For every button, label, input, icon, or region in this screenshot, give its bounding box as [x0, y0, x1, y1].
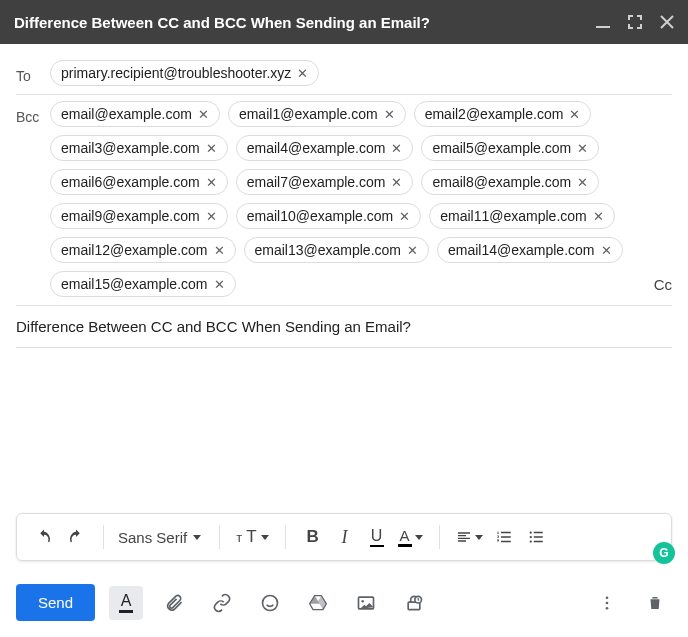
recipient-chip[interactable]: email14@example.com✕ — [437, 237, 623, 263]
recipient-chip[interactable]: email11@example.com✕ — [429, 203, 615, 229]
recipient-chip-address: email9@example.com — [61, 208, 200, 224]
recipient-chip-address: email15@example.com — [61, 276, 208, 292]
recipient-chip-address: email@example.com — [61, 106, 192, 122]
recipient-chip[interactable]: email6@example.com✕ — [50, 169, 228, 195]
redo-button[interactable] — [61, 522, 91, 552]
add-cc-button[interactable]: Cc — [646, 276, 672, 293]
remove-chip-icon[interactable]: ✕ — [206, 142, 217, 155]
recipient-chip-address: email11@example.com — [440, 208, 587, 224]
remove-chip-icon[interactable]: ✕ — [577, 142, 588, 155]
compose-title: Difference Between CC and BCC When Sendi… — [14, 14, 596, 31]
recipient-chip-address: email1@example.com — [239, 106, 378, 122]
align-button[interactable] — [452, 522, 487, 552]
font-family-select[interactable]: Sans Serif — [112, 522, 211, 552]
recipient-chip[interactable]: email10@example.com✕ — [236, 203, 422, 229]
recipient-chip[interactable]: email5@example.com✕ — [421, 135, 599, 161]
message-body[interactable] — [16, 348, 672, 498]
italic-button[interactable]: I — [330, 522, 360, 552]
bold-button[interactable]: B — [298, 522, 328, 552]
remove-chip-icon[interactable]: ✕ — [206, 176, 217, 189]
recipient-chip-address: email3@example.com — [61, 140, 200, 156]
remove-chip-icon[interactable]: ✕ — [206, 210, 217, 223]
remove-chip-icon[interactable]: ✕ — [214, 244, 225, 257]
svg-point-9 — [606, 596, 609, 599]
recipient-chip[interactable]: email7@example.com✕ — [236, 169, 414, 195]
to-label: To — [16, 60, 50, 84]
chevron-down-icon — [193, 535, 201, 540]
recipient-chip-address: email7@example.com — [247, 174, 386, 190]
insert-photo-button[interactable] — [349, 586, 383, 620]
recipient-chip[interactable]: email13@example.com✕ — [244, 237, 430, 263]
send-button[interactable]: Send — [16, 584, 95, 621]
chevron-down-icon — [415, 535, 423, 540]
undo-button[interactable] — [29, 522, 59, 552]
recipient-chip-address: email6@example.com — [61, 174, 200, 190]
compose-actions: Send A — [16, 584, 672, 621]
remove-chip-icon[interactable]: ✕ — [407, 244, 418, 257]
compose-header: Difference Between CC and BCC When Sendi… — [0, 0, 688, 44]
chevron-down-icon — [261, 535, 269, 540]
bulleted-list-button[interactable] — [521, 522, 551, 552]
remove-chip-icon[interactable]: ✕ — [198, 108, 209, 121]
formatting-toolbar: Sans Serif тT B I U A — [16, 513, 672, 561]
confidential-mode-button[interactable] — [397, 586, 431, 620]
grammarly-icon[interactable]: G — [653, 542, 675, 564]
svg-rect-0 — [596, 26, 610, 28]
underline-button[interactable]: U — [362, 522, 392, 552]
recipient-chip-address: email13@example.com — [255, 242, 402, 258]
fullscreen-icon[interactable] — [628, 15, 642, 29]
svg-point-4 — [263, 595, 278, 610]
insert-emoji-button[interactable] — [253, 586, 287, 620]
recipient-chip[interactable]: email15@example.com✕ — [50, 271, 236, 297]
svg-point-3 — [529, 540, 531, 542]
text-color-button[interactable]: A — [394, 522, 427, 552]
recipient-chip[interactable]: email12@example.com✕ — [50, 237, 236, 263]
attach-file-button[interactable] — [157, 586, 191, 620]
recipient-chip-address: email8@example.com — [432, 174, 571, 190]
more-options-button[interactable] — [590, 586, 624, 620]
to-row: To primary.recipient@troubleshooter.xyz✕ — [16, 54, 672, 95]
subject-line[interactable]: Difference Between CC and BCC When Sendi… — [16, 306, 672, 348]
recipient-chip[interactable]: primary.recipient@troubleshooter.xyz✕ — [50, 60, 319, 86]
svg-point-2 — [529, 536, 531, 538]
discard-draft-button[interactable] — [638, 586, 672, 620]
insert-drive-button[interactable] — [301, 586, 335, 620]
svg-point-1 — [529, 531, 531, 533]
recipient-chip[interactable]: email1@example.com✕ — [228, 101, 406, 127]
svg-point-10 — [606, 601, 609, 604]
remove-chip-icon[interactable]: ✕ — [577, 176, 588, 189]
recipient-chip[interactable]: email3@example.com✕ — [50, 135, 228, 161]
remove-chip-icon[interactable]: ✕ — [569, 108, 580, 121]
remove-chip-icon[interactable]: ✕ — [384, 108, 395, 121]
remove-chip-icon[interactable]: ✕ — [214, 278, 225, 291]
svg-point-6 — [361, 600, 364, 603]
recipient-chip-address: email2@example.com — [425, 106, 564, 122]
recipient-chip-address: email10@example.com — [247, 208, 394, 224]
remove-chip-icon[interactable]: ✕ — [593, 210, 604, 223]
to-chip-list[interactable]: primary.recipient@troubleshooter.xyz✕ — [50, 60, 672, 86]
recipient-chip-address: email14@example.com — [448, 242, 595, 258]
recipient-chip[interactable]: email9@example.com✕ — [50, 203, 228, 229]
remove-chip-icon[interactable]: ✕ — [391, 142, 402, 155]
bcc-chip-list[interactable]: email@example.com✕email1@example.com✕ema… — [50, 101, 646, 297]
recipient-chip[interactable]: email4@example.com✕ — [236, 135, 414, 161]
recipient-chip[interactable]: email8@example.com✕ — [421, 169, 599, 195]
recipient-chip[interactable]: email2@example.com✕ — [414, 101, 592, 127]
numbered-list-button[interactable] — [489, 522, 519, 552]
close-icon[interactable] — [660, 15, 674, 29]
font-size-button[interactable]: тT — [232, 522, 272, 552]
text-format-toggle[interactable]: A — [109, 586, 143, 620]
window-controls — [596, 15, 674, 29]
recipient-chip-address: email12@example.com — [61, 242, 208, 258]
font-family-label: Sans Serif — [118, 529, 187, 546]
recipient-chip-address: primary.recipient@troubleshooter.xyz — [61, 65, 291, 81]
remove-chip-icon[interactable]: ✕ — [297, 67, 308, 80]
remove-chip-icon[interactable]: ✕ — [391, 176, 402, 189]
chevron-down-icon — [475, 535, 483, 540]
insert-link-button[interactable] — [205, 586, 239, 620]
remove-chip-icon[interactable]: ✕ — [399, 210, 410, 223]
recipient-chip[interactable]: email@example.com✕ — [50, 101, 220, 127]
remove-chip-icon[interactable]: ✕ — [601, 244, 612, 257]
bcc-label: Bcc — [16, 101, 50, 125]
minimize-icon[interactable] — [596, 15, 610, 29]
